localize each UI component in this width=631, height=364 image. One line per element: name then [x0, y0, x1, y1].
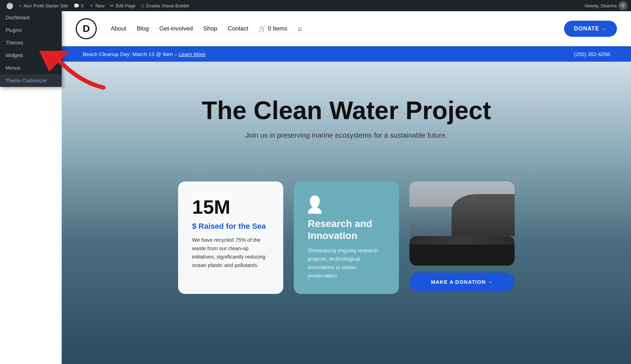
- menu-item-plugins[interactable]: Plugins: [0, 24, 62, 36]
- visual-builder-label: Enable Visual Builder: [146, 3, 189, 8]
- site-nav: About Blog Get-involved Shop Contact 🛒 0…: [111, 25, 564, 33]
- hero-subtitle: Join us in preserving marine ecosystems …: [76, 131, 617, 139]
- site-name-item[interactable]: ● Non Profit Starter Site: [16, 0, 71, 11]
- menu-item-widgets[interactable]: Widgets: [0, 49, 62, 62]
- new-label: New: [95, 3, 104, 8]
- people-silhouettes: [452, 248, 473, 259]
- menu-item-theme-customizer[interactable]: Theme Customizer: [0, 74, 62, 87]
- water-drop-icon: [308, 195, 322, 214]
- main-content: The Clean Water Project Join us in prese…: [62, 62, 631, 364]
- divi-icon: D: [141, 3, 144, 8]
- research-card-body: Showcasing ongoing research projects, te…: [308, 246, 385, 280]
- admin-bar-right: Howdy, Deanna D: [584, 1, 627, 10]
- nav-shop[interactable]: Shop: [203, 25, 217, 32]
- nav-blog[interactable]: Blog: [137, 25, 149, 32]
- wp-logo-icon: ⬤: [6, 2, 13, 9]
- nav-contact[interactable]: Contact: [228, 25, 249, 32]
- site-name-label: Non Profit Starter Site: [23, 3, 68, 8]
- research-card: Research and Innovation Showcasing ongoi…: [294, 181, 399, 294]
- menu-item-menus[interactable]: Menus: [0, 62, 62, 74]
- learn-more-link[interactable]: Learn More: [179, 51, 206, 57]
- plus-icon: ＋: [89, 2, 94, 9]
- nav-cart[interactable]: 🛒 0 Items: [259, 25, 287, 32]
- comment-icon: 💬: [74, 3, 79, 8]
- new-item[interactable]: ＋ New: [86, 0, 107, 11]
- pencil-icon: ✏: [110, 3, 114, 8]
- logo-letter: D: [83, 23, 90, 34]
- comment-count: 0: [81, 3, 83, 8]
- menu-item-themes[interactable]: Themes: [0, 36, 62, 49]
- announcement-text: Beach Cleanup Day: March 13 @ 9am – Lear…: [83, 51, 205, 57]
- search-icon[interactable]: ⌕: [298, 25, 302, 33]
- menu-item-dashboard[interactable]: Dashboard: [0, 11, 62, 24]
- card-number: 15M: [192, 195, 269, 218]
- stats-card: 15M $ Raised for the Sea We have recycle…: [178, 181, 283, 294]
- visual-builder-item[interactable]: D Enable Visual Builder: [138, 0, 192, 11]
- card-body: We have recycled 75% of the waste from o…: [192, 236, 269, 269]
- site-logo[interactable]: D: [76, 18, 97, 39]
- research-card-heading: Research and Innovation: [308, 218, 385, 241]
- wp-ring-icon: ●: [19, 3, 22, 8]
- cards-section: 15M $ Raised for the Sea We have recycle…: [62, 181, 631, 322]
- site-header: D About Blog Get-involved Shop Contact 🛒…: [62, 11, 631, 46]
- wp-logo-item[interactable]: ⬤: [4, 0, 16, 11]
- howdy-text: Howdy, Deanna: [584, 3, 617, 8]
- announcement-bar: Beach Cleanup Day: March 13 @ 9am – Lear…: [62, 46, 631, 62]
- cart-icon: 🛒: [259, 25, 266, 32]
- edit-page-label: Edit Page: [116, 3, 135, 8]
- make-donation-button[interactable]: MAKE A DONATION →: [409, 273, 515, 291]
- appearance-dropdown: Dashboard Plugins Themes Widgets Menus T…: [0, 11, 62, 87]
- hero-title: The Clean Water Project: [76, 97, 617, 124]
- edit-page-item[interactable]: ✏ Edit Page: [107, 0, 138, 11]
- card-title: $ Raised for the Sea: [192, 222, 269, 231]
- comments-item[interactable]: 💬 0: [71, 0, 86, 11]
- coastal-image: [409, 181, 515, 266]
- image-inner: [409, 181, 515, 266]
- nav-get-involved[interactable]: Get-involved: [159, 25, 192, 32]
- user-avatar[interactable]: D: [618, 1, 627, 10]
- hero-section: The Clean Water Project Join us in prese…: [62, 62, 631, 181]
- announcement-phone: (255) 352-6258: [574, 51, 610, 57]
- image-card-section: MAKE A DONATION →: [409, 181, 515, 294]
- donate-button[interactable]: DONATE →: [564, 21, 617, 37]
- nav-about[interactable]: About: [111, 25, 126, 32]
- admin-bar: ⬤ ● Non Profit Starter Site 💬 0 ＋ New ✏ …: [0, 0, 631, 11]
